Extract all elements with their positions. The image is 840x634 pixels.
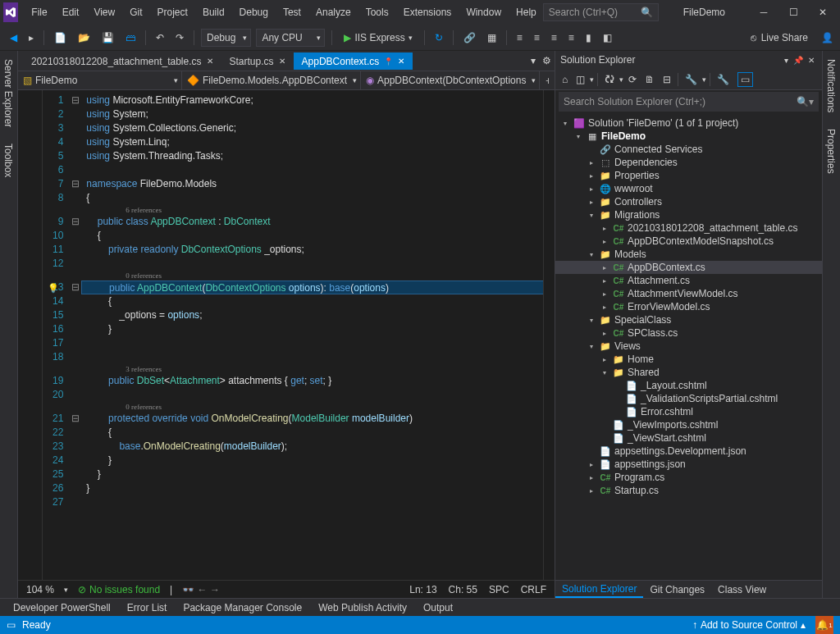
tb-icon[interactable]: ▦ (484, 30, 500, 45)
menu-tools[interactable]: Tools (359, 3, 395, 21)
tree-item[interactable]: ▸C#SPClass.cs (555, 326, 822, 340)
menu-view[interactable]: View (87, 3, 121, 21)
tree-item[interactable]: ▸📁Controllers (555, 195, 822, 208)
pin-icon[interactable]: 📌 (791, 56, 806, 65)
eol-indicator[interactable]: CRLF (521, 584, 546, 595)
tb-icon[interactable]: ▮ (582, 30, 595, 45)
tree-item[interactable]: ▾▦FileDemo (555, 130, 822, 143)
tree-item[interactable]: ▸⬚Dependencies (555, 156, 822, 169)
expander-icon[interactable]: ▾ (587, 343, 596, 350)
tree-item[interactable]: 🔗Connected Services (555, 143, 822, 156)
menu-window[interactable]: Window (459, 3, 508, 21)
expander-icon[interactable]: ▾ (560, 120, 570, 127)
show-all-icon[interactable]: 🗎 (641, 72, 658, 87)
expander-icon[interactable]: ▾ (600, 369, 609, 376)
tool-window-tab[interactable]: Package Manager Console (176, 600, 308, 615)
split-icon[interactable]: ⫞ (540, 71, 555, 89)
tree-item[interactable]: ▾📁Migrations (555, 208, 822, 221)
nav-project[interactable]: ▧FileDemo (18, 71, 182, 89)
tree-item[interactable]: ▾🟪Solution 'FileDemo' (1 of 1 project) (555, 116, 822, 130)
expander-icon[interactable]: ▸ (587, 474, 596, 481)
browser-link-icon[interactable]: 🔗 (460, 30, 479, 45)
zoom-level[interactable]: 104 % (26, 584, 54, 595)
properties-icon[interactable]: 🔧 (682, 72, 701, 87)
tree-item[interactable]: ▸C#ErrorViewModel.cs (555, 300, 822, 313)
tree-item[interactable]: 📄appsettings.Development.json (555, 445, 822, 458)
expander-icon[interactable]: ▸ (600, 303, 609, 311)
expander-icon[interactable]: ▸ (600, 264, 609, 271)
expander-icon[interactable]: ▾ (587, 317, 596, 324)
run-button[interactable]: ▶IIS Express▾ (339, 32, 417, 43)
expander-icon[interactable]: ▸ (587, 487, 596, 495)
pending-changes-icon[interactable]: 🗘 (601, 72, 618, 87)
pin-icon[interactable]: 📍 (384, 57, 393, 66)
config-select[interactable]: Debug (201, 29, 251, 47)
scrollbar[interactable] (543, 90, 555, 580)
menu-file[interactable]: File (25, 3, 53, 21)
switch-views-icon[interactable]: ◫ (573, 72, 588, 87)
expander-icon[interactable]: ▾ (587, 251, 596, 258)
tree-item[interactable]: 📄_Layout.cshtml (555, 379, 822, 392)
error-nav[interactable]: 👓 ← → (182, 584, 220, 595)
nav-member[interactable]: ◉AppDBContext(DbContextOptions (361, 71, 540, 89)
close-tab-icon[interactable]: ✕ (279, 57, 285, 66)
menu-build[interactable]: Build (196, 3, 231, 21)
tb-icon[interactable]: ≡ (565, 30, 578, 45)
expander-icon[interactable]: ▸ (600, 277, 609, 285)
maximize-button[interactable]: ☐ (779, 2, 807, 22)
tree-item[interactable]: ▸C#Attachment.cs (555, 274, 822, 287)
save-button[interactable]: 💾 (98, 30, 117, 45)
nav-back-button[interactable]: ◀ (7, 30, 21, 45)
close-panel-icon[interactable]: ✕ (806, 56, 817, 65)
tree-item[interactable]: ▸C#AppDBContext.cs (555, 261, 822, 274)
tree-item[interactable]: ▸🌐wwwroot (555, 182, 822, 195)
tool-window-tab[interactable]: Output (417, 600, 459, 615)
document-tab[interactable]: 20210318012208_attachment_table.cs✕ (23, 52, 221, 70)
menu-edit[interactable]: Edit (56, 3, 86, 21)
tree-item[interactable]: ▸📁Properties (555, 169, 822, 182)
save-all-button[interactable]: 🗃 (122, 30, 139, 45)
menu-test[interactable]: Test (276, 3, 308, 21)
tab-overflow-icon[interactable]: ⚙ (539, 55, 555, 66)
tree-item[interactable]: ▸C#Program.cs (555, 471, 822, 484)
lightbulb-icon[interactable]: 💡 (48, 281, 59, 295)
expander-icon[interactable]: ▾ (587, 212, 596, 219)
collapse-icon[interactable]: ⊟ (660, 72, 674, 87)
side-tab[interactable]: Toolbox (0, 135, 17, 185)
undo-button[interactable]: ↶ (153, 30, 167, 45)
nav-fwd-button[interactable]: ▸ (25, 30, 37, 45)
tree-item[interactable]: ▾📁Shared (555, 366, 822, 379)
open-button[interactable]: 📂 (75, 30, 94, 45)
expander-icon[interactable]: ▸ (600, 356, 609, 363)
expander-icon[interactable]: ▸ (600, 330, 609, 337)
menu-extensions[interactable]: Extensions (397, 3, 459, 21)
expander-icon[interactable]: ▸ (587, 185, 596, 193)
expander-icon[interactable]: ▸ (587, 159, 596, 166)
menu-git[interactable]: Git (123, 3, 148, 21)
indent-indicator[interactable]: SPC (489, 584, 509, 595)
panel-tab[interactable]: Solution Explorer (555, 581, 643, 598)
document-tab[interactable]: Startup.cs✕ (221, 52, 294, 70)
tree-item[interactable]: ▸📄appsettings.json (555, 458, 822, 471)
tb-icon[interactable]: ◧ (600, 30, 615, 45)
home-icon[interactable]: ⌂ (559, 72, 571, 87)
tab-overflow-icon[interactable]: ▾ (527, 55, 539, 66)
close-tab-icon[interactable]: ✕ (207, 57, 213, 66)
tree-item[interactable]: ▸C#20210318012208_attachment_table.cs (555, 221, 822, 235)
expander-icon[interactable]: ▸ (587, 172, 596, 180)
menu-analyze[interactable]: Analyze (309, 3, 358, 21)
solution-search[interactable]: Search Solution Explorer (Ctrl+;)🔍▾ (559, 92, 819, 112)
minimize-button[interactable]: ─ (750, 2, 778, 22)
notifications-button[interactable]: 🔔1 (815, 616, 833, 634)
expander-icon[interactable]: ▸ (600, 290, 609, 298)
new-item-button[interactable]: 📄 (51, 30, 70, 45)
expander-icon[interactable]: ▸ (587, 198, 596, 206)
preview-icon[interactable]: 🔧 (714, 72, 733, 87)
tree-item[interactable]: 📄_ViewImports.cshtml (555, 418, 822, 431)
expander-icon[interactable]: ▸ (600, 225, 609, 232)
redo-button[interactable]: ↷ (172, 30, 187, 45)
search-input[interactable]: Search (Ctrl+Q) 🔍 (543, 3, 659, 21)
platform-select[interactable]: Any CPU (256, 29, 325, 47)
tree-item[interactable]: ▸C#AppDBContextModelSnapshot.cs (555, 235, 822, 248)
side-tab[interactable]: Notifications (823, 51, 840, 121)
